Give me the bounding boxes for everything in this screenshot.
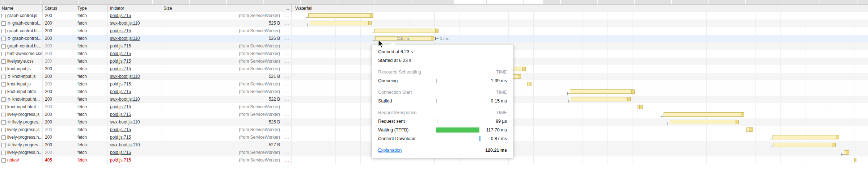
column-header-name[interactable]: Name bbox=[0, 5, 43, 12]
initiator-link[interactable]: swx-boot.js:110 bbox=[110, 97, 140, 102]
initiator-link[interactable]: poid.js:715 bbox=[110, 28, 131, 33]
waterfall-bar[interactable] bbox=[308, 13, 373, 18]
waterfall-cell[interactable] bbox=[292, 12, 868, 20]
initiator-link[interactable]: poid.js:715 bbox=[110, 135, 131, 140]
table-row[interactable]: ⚙ graph-control.js 200 fetch poid.js:715… bbox=[0, 12, 868, 20]
request-name-cell[interactable]: ⚙ lively-progres... bbox=[0, 141, 43, 149]
request-name: graph-control.ht... bbox=[7, 42, 41, 50]
waterfall-bar[interactable] bbox=[374, 29, 439, 33]
initiator-link[interactable]: poid.js:715 bbox=[110, 43, 131, 49]
request-size-cell: (from ServiceWorker) bbox=[161, 88, 283, 96]
request-name-cell[interactable]: ⚙ knot-input.js bbox=[0, 73, 43, 80]
initiator-link[interactable]: swx-boot.js:110 bbox=[110, 142, 140, 147]
initiator-link[interactable]: poid.js:715 bbox=[110, 81, 131, 87]
request-size-cell: (from ServiceWorker) bbox=[161, 12, 283, 20]
column-header-waterfall[interactable]: Waterfall bbox=[292, 5, 868, 12]
waterfall-bar[interactable] bbox=[638, 105, 643, 109]
file-icon bbox=[1, 21, 6, 26]
initiator-link[interactable]: swx-boot.js:110 bbox=[110, 21, 140, 26]
request-sent-tick bbox=[568, 100, 571, 102]
request-name-cell[interactable]: ⚙ graph-control... bbox=[0, 20, 43, 27]
waterfall-bar[interactable] bbox=[772, 135, 839, 139]
tooltip-footer: Explanation 120.21 ms bbox=[378, 146, 507, 155]
request-name-cell[interactable]: ⚙ knot-input.js bbox=[0, 80, 43, 88]
request-status-cell: 200 bbox=[43, 126, 75, 134]
waterfall-bar[interactable] bbox=[571, 97, 631, 101]
column-header-size[interactable]: Size bbox=[161, 5, 283, 12]
waterfall-bar[interactable] bbox=[844, 150, 849, 155]
request-initiator-cell: swx-boot.js:110 bbox=[108, 20, 161, 27]
request-name-cell[interactable]: ⚙ graph-control.js bbox=[0, 12, 43, 20]
initiator-link[interactable]: poid.js:715 bbox=[110, 59, 131, 64]
initiator-link[interactable]: swx-boot.js:110 bbox=[110, 74, 140, 79]
initiator-link[interactable]: poid.js:715 bbox=[110, 127, 131, 132]
request-name-cell[interactable]: ⚙ lively-progress.js bbox=[0, 126, 43, 134]
initiator-link[interactable]: poid.js:715 bbox=[110, 13, 131, 18]
request-name-cell[interactable]: ⚙ graph-control.ht... bbox=[0, 27, 43, 35]
network-overview-strip[interactable] bbox=[0, 0, 868, 5]
request-name-cell[interactable]: ⚙ lively-progres... bbox=[0, 118, 43, 126]
request-initiator-cell: swx-boot.js:110 bbox=[108, 141, 161, 149]
request-size-cell: (from ServiceWorker) bbox=[161, 65, 283, 73]
request-status-cell: 405 bbox=[43, 156, 75, 164]
row-more-dots: ... bbox=[283, 96, 292, 103]
initiator-link[interactable]: poid.js:715 bbox=[110, 66, 131, 71]
waterfall-bar[interactable] bbox=[774, 143, 836, 147]
initiator-link[interactable]: poid.js:715 bbox=[110, 150, 131, 155]
initiator-link[interactable]: poid.js:715 bbox=[110, 89, 131, 94]
initiator-link[interactable]: poid.js:715 bbox=[110, 51, 131, 56]
initiator-link[interactable]: poid.js:715 bbox=[110, 158, 131, 163]
content-download-marker bbox=[479, 136, 480, 141]
explanation-link[interactable]: Explanation bbox=[378, 148, 402, 153]
request-name-cell[interactable]: ⚙ font-awesome.css bbox=[0, 50, 43, 58]
request-name-cell[interactable]: ⚙ knot-input.html bbox=[0, 103, 43, 111]
row-more-dots: ... bbox=[283, 141, 292, 149]
waterfall-bar[interactable] bbox=[570, 89, 635, 94]
initiator-link[interactable]: swx-boot.js:110 bbox=[110, 36, 140, 41]
request-name-cell[interactable]: ⚙ notes/ bbox=[0, 156, 43, 164]
waterfall-bar[interactable] bbox=[310, 21, 372, 25]
overview-selection-window[interactable] bbox=[453, 0, 543, 4]
network-table-header: Name Status Type Initiator Size ... Wate… bbox=[0, 5, 868, 12]
column-header-status[interactable]: Status bbox=[43, 5, 75, 12]
timing-row-queueing: Queueing 1.39 ms bbox=[378, 76, 507, 85]
waterfall-bar[interactable] bbox=[746, 127, 753, 132]
initiator-link[interactable]: poid.js:715 bbox=[110, 112, 131, 117]
waterfall-bar[interactable] bbox=[854, 158, 856, 162]
waterfall-bar[interactable] bbox=[527, 82, 532, 86]
request-name-cell[interactable]: ⚙ graph-control.ht... bbox=[0, 42, 43, 50]
waterfall-cell[interactable] bbox=[292, 27, 868, 35]
request-size-cell: (from ServiceWorker) bbox=[161, 134, 283, 141]
waterfall-cell[interactable] bbox=[292, 20, 868, 27]
request-status-cell: 200 bbox=[43, 141, 75, 149]
request-name-cell[interactable]: ⚙ graph-control... bbox=[0, 35, 43, 42]
request-sent-marker bbox=[437, 119, 437, 123]
column-header-more[interactable]: ... bbox=[283, 5, 292, 12]
waterfall-bar[interactable] bbox=[670, 120, 739, 124]
table-row[interactable]: ⚙ graph-control... 200 fetch swx-boot.js… bbox=[0, 20, 868, 27]
column-header-initiator[interactable]: Initiator bbox=[108, 5, 161, 12]
waterfall-bar[interactable] bbox=[664, 112, 744, 117]
column-header-type[interactable]: Type bbox=[75, 5, 108, 12]
request-name-cell[interactable]: ⚙ knot-input.ht... bbox=[0, 96, 43, 103]
request-name-cell[interactable]: ⚙ livelystyle.css bbox=[0, 58, 43, 65]
table-row[interactable]: ⚙ graph-control... 200 fetch swx-boot.js… bbox=[0, 35, 868, 42]
initiator-link[interactable]: swx-boot.js:110 bbox=[110, 119, 140, 125]
tooltip-queued-at: Queued at 6.23 s bbox=[378, 47, 507, 56]
request-name-cell[interactable]: ⚙ knot-input.html bbox=[0, 88, 43, 96]
request-name-cell[interactable]: ⚙ lively-progress.h... bbox=[0, 149, 43, 156]
request-name-cell[interactable]: ⚙ lively-progress.js bbox=[0, 111, 43, 118]
service-worker-gear-icon: ⚙ bbox=[7, 143, 11, 147]
request-sent-tick bbox=[770, 138, 772, 140]
row-more-dots: ... bbox=[283, 65, 292, 73]
request-initiator-cell: poid.js:715 bbox=[108, 12, 161, 20]
initiator-link[interactable]: poid.js:715 bbox=[110, 104, 131, 109]
mouse-cursor-icon bbox=[378, 40, 384, 49]
waterfall-bar-download-cap bbox=[631, 90, 634, 93]
waterfall-bar-download-cap bbox=[836, 135, 839, 139]
request-name-cell[interactable]: ⚙ lively-progress.h... bbox=[0, 134, 43, 141]
request-sent-tick bbox=[372, 31, 374, 34]
request-name-cell[interactable]: ⚙ knot-input.js bbox=[0, 65, 43, 73]
table-row[interactable]: ⚙ graph-control.ht... 200 fetch poid.js:… bbox=[0, 27, 868, 35]
request-type-cell: fetch bbox=[75, 96, 108, 103]
